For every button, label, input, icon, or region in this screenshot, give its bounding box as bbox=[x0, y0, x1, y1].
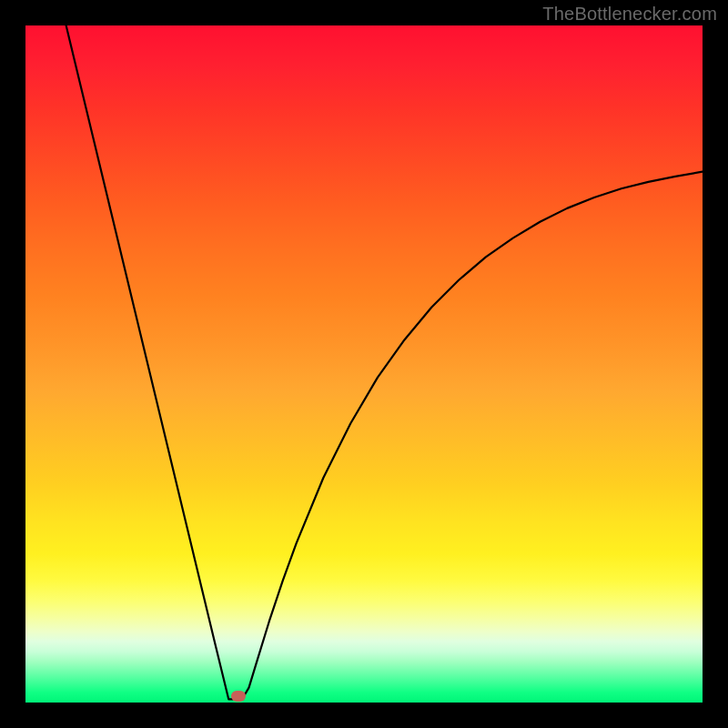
bottleneck-marker-icon bbox=[231, 691, 246, 702]
bottleneck-curve bbox=[25, 25, 703, 703]
plot-area bbox=[25, 25, 703, 703]
attribution-label: TheBottlenecker.com bbox=[542, 4, 717, 25]
chart-frame: TheBottlenecker.com bbox=[0, 0, 728, 728]
